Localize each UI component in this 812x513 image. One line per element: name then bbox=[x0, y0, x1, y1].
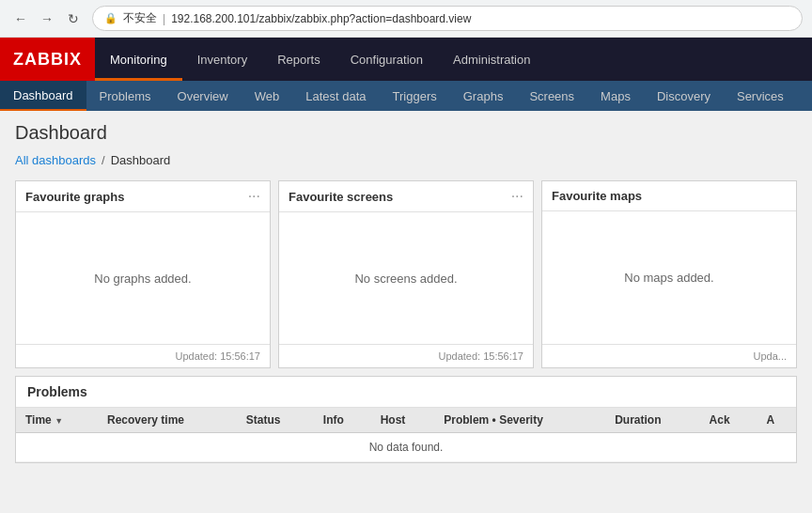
sub-nav-item-graphs[interactable]: Graphs bbox=[450, 81, 517, 111]
sub-nav-link-problems[interactable]: Problems bbox=[86, 81, 164, 111]
nav-link-administration[interactable]: Administration bbox=[438, 38, 545, 81]
nav-link-monitoring[interactable]: Monitoring bbox=[95, 38, 182, 81]
breadcrumb-current: Dashboard bbox=[111, 153, 171, 167]
url-text: 192.168.200.101/zabbix/zabbix.php?action… bbox=[171, 12, 471, 25]
sub-nav-item-problems[interactable]: Problems bbox=[86, 81, 164, 111]
sub-nav-link-dashboard[interactable]: Dashboard bbox=[0, 81, 86, 111]
nav-item-administration[interactable]: Administration bbox=[438, 38, 545, 81]
col-problem-severity: Problem • Severity bbox=[434, 408, 605, 433]
breadcrumb-separator: / bbox=[102, 153, 105, 167]
sub-nav-link-web[interactable]: Web bbox=[242, 81, 293, 111]
col-time[interactable]: Time ▼ bbox=[16, 408, 98, 433]
sub-nav-item-discovery[interactable]: Discovery bbox=[644, 81, 724, 111]
no-data-cell: No data found. bbox=[16, 433, 796, 462]
breadcrumb-parent-link[interactable]: All dashboards bbox=[15, 153, 96, 167]
favourite-screens-header: Favourite screens ··· bbox=[279, 181, 533, 212]
problems-table-body: No data found. bbox=[16, 433, 796, 462]
sub-nav-item-triggers[interactable]: Triggers bbox=[380, 81, 450, 111]
col-info-label: Info bbox=[323, 413, 344, 427]
col-actions: A bbox=[757, 408, 796, 433]
sub-nav-link-latest-data[interactable]: Latest data bbox=[292, 81, 379, 111]
problems-section: Problems Time ▼ Recovery time Status bbox=[15, 376, 797, 463]
favourite-graphs-body: No graphs added. bbox=[16, 212, 270, 344]
table-row: No data found. bbox=[16, 433, 796, 462]
col-ack: Ack bbox=[700, 408, 757, 433]
nav-item-inventory[interactable]: Inventory bbox=[182, 38, 262, 81]
nav-item-reports[interactable]: Reports bbox=[262, 38, 336, 81]
favourite-graphs-widget: Favourite graphs ··· No graphs added. Up… bbox=[15, 180, 271, 368]
main-menu: Monitoring Inventory Reports Configurati… bbox=[95, 38, 545, 81]
browser-nav-buttons: ← → ↻ bbox=[9, 8, 85, 30]
browser-chrome: ← → ↻ 🔒 不安全 | 192.168.200.101/zabbix/zab… bbox=[0, 0, 812, 38]
col-info: Info bbox=[314, 408, 371, 433]
favourite-maps-header: Favourite maps bbox=[542, 181, 796, 211]
sub-nav-link-triggers[interactable]: Triggers bbox=[380, 81, 450, 111]
favourite-maps-widget: Favourite maps No maps added. Upda... bbox=[541, 180, 797, 368]
address-bar[interactable]: 🔒 不安全 | 192.168.200.101/zabbix/zabbix.ph… bbox=[92, 6, 803, 31]
sub-nav-item-maps[interactable]: Maps bbox=[587, 81, 644, 111]
nav-item-configuration[interactable]: Configuration bbox=[336, 38, 438, 81]
sub-nav-link-discovery[interactable]: Discovery bbox=[644, 81, 724, 111]
favourite-screens-menu-button[interactable]: ··· bbox=[511, 189, 523, 204]
col-ack-label: Ack bbox=[710, 413, 730, 427]
top-nav: ZABBIX Monitoring Inventory Reports Conf… bbox=[0, 38, 812, 81]
sub-nav-item-screens[interactable]: Screens bbox=[516, 81, 587, 111]
col-recovery-time-label: Recovery time bbox=[107, 413, 184, 427]
col-host-label: Host bbox=[381, 413, 406, 427]
widgets-row: Favourite graphs ··· No graphs added. Up… bbox=[15, 180, 797, 368]
col-problem-severity-label: Problem • Severity bbox=[444, 413, 543, 427]
no-data-message: No data found. bbox=[369, 441, 444, 454]
page-content: Dashboard All dashboards / Dashboard Fav… bbox=[0, 111, 812, 474]
favourite-maps-updated: Upda... bbox=[754, 350, 787, 362]
nav-item-monitoring[interactable]: Monitoring bbox=[95, 38, 182, 81]
favourite-screens-body: No screens added. bbox=[279, 212, 533, 344]
col-host: Host bbox=[371, 408, 435, 433]
col-actions-label: A bbox=[766, 413, 774, 427]
sub-nav-link-services[interactable]: Services bbox=[724, 81, 797, 111]
col-status: Status bbox=[237, 408, 314, 433]
favourite-screens-updated: Updated: 15:56:17 bbox=[438, 350, 523, 362]
sub-nav-link-maps[interactable]: Maps bbox=[587, 81, 644, 111]
sub-nav-link-screens[interactable]: Screens bbox=[516, 81, 587, 111]
sub-nav-item-latest-data[interactable]: Latest data bbox=[292, 81, 379, 111]
nav-link-configuration[interactable]: Configuration bbox=[336, 38, 438, 81]
security-icon: 🔒 bbox=[104, 12, 117, 24]
favourite-graphs-header: Favourite graphs ··· bbox=[16, 181, 270, 212]
favourite-graphs-empty-message: No graphs added. bbox=[94, 272, 191, 286]
security-label: 不安全 bbox=[123, 10, 157, 26]
favourite-graphs-title: Favourite graphs bbox=[25, 190, 124, 204]
problems-table-head: Time ▼ Recovery time Status Info Host bbox=[16, 408, 796, 433]
page-title: Dashboard bbox=[15, 122, 797, 144]
sub-nav: Dashboard Problems Overview Web Latest d… bbox=[0, 81, 812, 111]
sub-nav-link-graphs[interactable]: Graphs bbox=[450, 81, 517, 111]
problems-header: Problems bbox=[16, 377, 796, 408]
logo: ZABBIX bbox=[0, 38, 95, 81]
reload-button[interactable]: ↻ bbox=[62, 8, 85, 30]
sort-icon: ▼ bbox=[55, 416, 63, 426]
col-status-label: Status bbox=[246, 413, 281, 427]
favourite-maps-empty-message: No maps added. bbox=[624, 271, 713, 285]
col-time-label: Time bbox=[25, 413, 52, 427]
problems-title: Problems bbox=[27, 384, 87, 399]
favourite-graphs-menu-button[interactable]: ··· bbox=[248, 189, 260, 204]
favourite-screens-empty-message: No screens added. bbox=[354, 272, 457, 286]
sub-nav-item-dashboard[interactable]: Dashboard bbox=[0, 81, 86, 111]
sub-nav-item-web[interactable]: Web bbox=[242, 81, 293, 111]
nav-link-reports[interactable]: Reports bbox=[262, 38, 336, 81]
back-button[interactable]: ← bbox=[9, 8, 32, 30]
col-recovery-time: Recovery time bbox=[98, 408, 237, 433]
favourite-maps-title: Favourite maps bbox=[552, 189, 642, 203]
problems-table-header-row: Time ▼ Recovery time Status Info Host bbox=[16, 408, 796, 433]
breadcrumb: All dashboards / Dashboard bbox=[15, 153, 797, 167]
nav-link-inventory[interactable]: Inventory bbox=[182, 38, 262, 81]
sub-nav-link-overview[interactable]: Overview bbox=[164, 81, 242, 111]
favourite-screens-widget: Favourite screens ··· No screens added. … bbox=[278, 180, 534, 368]
col-duration: Duration bbox=[605, 408, 699, 433]
col-duration-label: Duration bbox=[615, 413, 661, 427]
sub-nav-item-services[interactable]: Services bbox=[724, 81, 797, 111]
sub-nav-item-overview[interactable]: Overview bbox=[164, 81, 242, 111]
forward-button[interactable]: → bbox=[36, 8, 58, 30]
favourite-maps-body: No maps added. bbox=[542, 211, 796, 344]
sub-menu: Dashboard Problems Overview Web Latest d… bbox=[0, 81, 797, 111]
favourite-screens-footer: Updated: 15:56:17 bbox=[279, 344, 533, 367]
